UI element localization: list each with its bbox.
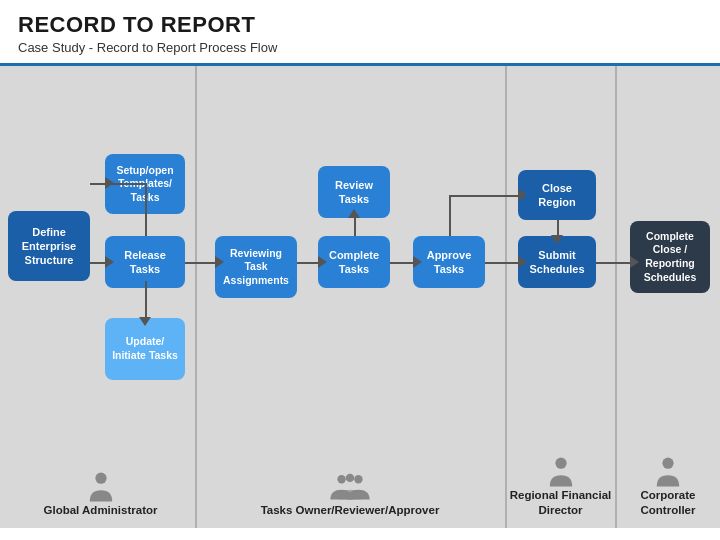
arrow-approve-cr-v — [449, 195, 451, 236]
lane-divider-2 — [505, 66, 507, 528]
page-title: RECORD TO REPORT — [18, 12, 702, 38]
box-reviewing: Reviewing Task Assignments — [215, 236, 297, 298]
box-approve: Approve Tasks — [413, 236, 485, 288]
svg-point-4 — [555, 458, 566, 469]
arrowhead-cc — [630, 256, 639, 268]
arrowhead-review-tasks — [348, 209, 360, 218]
arrowhead-define-release — [105, 256, 114, 268]
svg-point-1 — [337, 475, 345, 483]
role-label-global-admin: Global Administrator — [44, 503, 158, 518]
people-icon-tasks — [329, 471, 371, 503]
arrowhead-setup — [105, 177, 114, 189]
role-label-regional: Regional Financial Director — [508, 488, 613, 518]
lane-divider-1 — [195, 66, 197, 528]
arrow-reviewing-complete — [297, 262, 318, 264]
role-global-admin: Global Administrator — [8, 471, 193, 528]
box-complete: Complete Tasks — [318, 236, 390, 288]
arrow-close-submit — [557, 220, 559, 236]
arrow-define-release — [90, 262, 105, 264]
role-corporate: Corporate Controller — [618, 456, 718, 528]
svg-point-2 — [354, 475, 362, 483]
svg-point-0 — [95, 473, 106, 484]
person-icon-regional — [545, 456, 577, 488]
svg-point-5 — [662, 458, 673, 469]
arrow-define-update — [145, 281, 147, 318]
arrow-approve-cr-h — [449, 195, 518, 197]
arrow-define-setup-v — [145, 183, 147, 236]
role-label-tasks-owner: Tasks Owner/Reviewer/Approver — [261, 503, 440, 518]
box-complete-close: Complete Close / Reporting Schedules — [630, 221, 710, 293]
arrowhead-approve — [413, 256, 422, 268]
role-regional: Regional Financial Director — [508, 456, 613, 528]
arrowhead-submit — [518, 256, 527, 268]
arrow-approve-submit — [485, 262, 518, 264]
arrowhead-close-submit — [551, 235, 563, 244]
arrow-submit-cc — [596, 262, 630, 264]
arrowhead-reviewing — [215, 256, 224, 268]
person-icon-corporate — [652, 456, 684, 488]
svg-point-3 — [346, 474, 354, 482]
arrowhead-close-region — [518, 189, 527, 201]
arrow-define-setup-h — [90, 183, 145, 185]
box-close-region: Close Region — [518, 170, 596, 220]
role-tasks-owner: Tasks Owner/Reviewer/Approver — [200, 471, 500, 528]
box-update: Update/ Initiate Tasks — [105, 318, 185, 380]
arrow-complete-review — [354, 218, 356, 236]
box-define: Define Enterprise Structure — [8, 211, 90, 281]
role-label-corporate: Corporate Controller — [618, 488, 718, 518]
arrow-complete-approve — [390, 262, 413, 264]
arrow-release-reviewing — [185, 262, 215, 264]
person-icon-admin — [85, 471, 117, 503]
arrowhead-update — [139, 317, 151, 326]
header: RECORD TO REPORT Case Study - Record to … — [0, 0, 720, 66]
diagram-area: Define Enterprise Structure Setup/open T… — [0, 66, 720, 528]
lane-divider-3 — [615, 66, 617, 528]
page-subtitle: Case Study - Record to Report Process Fl… — [18, 40, 702, 55]
arrowhead-complete — [318, 256, 327, 268]
